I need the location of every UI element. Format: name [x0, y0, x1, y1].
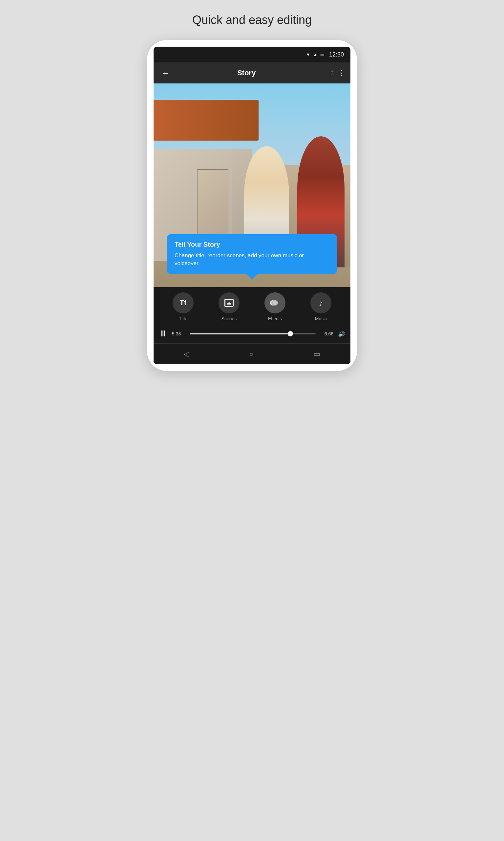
signal-icon [313, 52, 318, 57]
title-text-icon: Tt [180, 298, 187, 307]
effects-icon [270, 299, 280, 307]
app-bar-actions [330, 68, 345, 78]
nav-bar [154, 343, 350, 364]
toolbar-item-scenes[interactable]: Scenes [218, 292, 239, 321]
toolbar-item-effects[interactable]: Effects [265, 292, 286, 321]
bottom-toolbar: Tt Title Scenes [154, 287, 350, 325]
scenes-label: Scenes [221, 316, 237, 321]
music-label: Music [315, 316, 327, 321]
back-button[interactable] [159, 65, 173, 81]
music-icon [319, 298, 323, 308]
toolbar-item-title[interactable]: Tt Title [173, 292, 194, 321]
phone-screen: 12:30 Story [154, 47, 350, 364]
playback-time-end: 6:66 [320, 331, 334, 337]
scenes-icon-circle [218, 292, 239, 313]
nav-recent-icon[interactable] [307, 347, 327, 361]
toolbar-buttons: Tt Title Scenes [154, 292, 350, 321]
status-bar: 12:30 [154, 47, 350, 63]
scenes-icon [224, 299, 234, 307]
progress-fill [190, 333, 290, 334]
playback-bar: 5:38 6:66 [154, 325, 350, 343]
title-icon-circle: Tt [173, 292, 194, 313]
effects-icon-circle [265, 292, 286, 313]
tooltip-body: Change title, reorder scenes, add your o… [175, 252, 329, 268]
tooltip-title: Tell Your Story [175, 241, 329, 248]
share-button[interactable] [330, 69, 334, 77]
page-heading: Quick and easy editing [192, 13, 312, 27]
phone-frame: 12:30 Story [147, 40, 357, 371]
status-icons: 12:30 [306, 51, 344, 58]
tooltip-bubble: Tell Your Story Change title, reorder sc… [167, 234, 337, 274]
playback-time-start: 5:38 [172, 331, 185, 337]
effects-label: Effects [268, 316, 282, 321]
status-time: 12:30 [329, 51, 344, 58]
volume-button[interactable] [338, 329, 345, 338]
pause-button[interactable] [159, 328, 167, 339]
toolbar-item-music[interactable]: Music [310, 292, 331, 321]
app-bar: Story [154, 63, 350, 83]
progress-thumb[interactable] [288, 331, 293, 337]
circle2 [273, 300, 278, 306]
wifi-icon [306, 52, 310, 57]
battery-icon [320, 52, 325, 57]
app-title: Story [178, 69, 315, 77]
title-label: Title [179, 316, 187, 321]
progress-bar[interactable] [190, 333, 316, 334]
music-icon-circle [310, 292, 331, 313]
nav-home-icon[interactable] [243, 347, 260, 361]
more-options-button[interactable] [337, 68, 345, 78]
video-area: Tell Your Story Change title, reorder sc… [154, 83, 350, 287]
nav-back-icon[interactable] [177, 347, 196, 361]
